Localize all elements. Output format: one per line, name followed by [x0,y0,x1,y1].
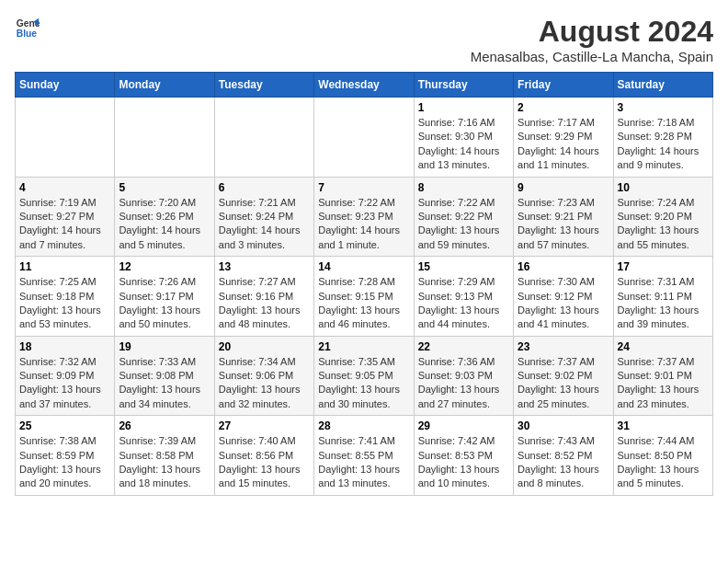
header-friday: Friday [514,73,613,98]
header-sunday: Sunday [16,73,115,98]
day-info: Sunrise: 7:17 AM Sunset: 9:29 PM Dayligh… [518,116,609,173]
day-number: 5 [119,181,210,194]
day-cell: 5Sunrise: 7:20 AM Sunset: 9:26 PM Daylig… [115,177,214,257]
day-cell: 13Sunrise: 7:27 AM Sunset: 9:16 PM Dayli… [214,257,313,337]
day-cell: 12Sunrise: 7:26 AM Sunset: 9:17 PM Dayli… [115,257,214,337]
day-info: Sunrise: 7:20 AM Sunset: 9:26 PM Dayligh… [119,196,210,253]
day-info: Sunrise: 7:34 AM Sunset: 9:06 PM Dayligh… [219,355,310,412]
day-info: Sunrise: 7:38 AM Sunset: 8:59 PM Dayligh… [19,434,110,491]
day-number: 3 [618,101,709,114]
day-cell: 28Sunrise: 7:41 AM Sunset: 8:55 PM Dayli… [314,416,414,496]
day-cell: 14Sunrise: 7:28 AM Sunset: 9:15 PM Dayli… [314,257,414,337]
day-info: Sunrise: 7:23 AM Sunset: 9:21 PM Dayligh… [518,196,609,253]
day-number: 27 [219,419,310,432]
day-info: Sunrise: 7:29 AM Sunset: 9:13 PM Dayligh… [418,275,509,332]
day-number: 4 [19,181,110,194]
header-row: Sunday Monday Tuesday Wednesday Thursday… [16,73,713,98]
day-cell: 11Sunrise: 7:25 AM Sunset: 9:18 PM Dayli… [16,257,115,337]
week-row-5: 25Sunrise: 7:38 AM Sunset: 8:59 PM Dayli… [16,416,713,496]
day-info: Sunrise: 7:33 AM Sunset: 9:08 PM Dayligh… [119,355,210,412]
header-monday: Monday [115,73,214,98]
day-info: Sunrise: 7:22 AM Sunset: 9:22 PM Dayligh… [418,196,509,253]
title-block: August 2024 Menasalbas, Castille-La Manc… [471,15,713,64]
day-cell: 1Sunrise: 7:16 AM Sunset: 9:30 PM Daylig… [414,98,513,178]
day-number: 26 [119,419,210,432]
day-number: 30 [518,419,609,432]
day-cell: 22Sunrise: 7:36 AM Sunset: 9:03 PM Dayli… [414,336,513,416]
day-info: Sunrise: 7:24 AM Sunset: 9:20 PM Dayligh… [618,196,709,253]
day-cell: 24Sunrise: 7:37 AM Sunset: 9:01 PM Dayli… [613,336,712,416]
day-number: 23 [518,340,609,353]
page-header: General Blue August 2024 Menasalbas, Cas… [15,15,713,64]
day-number: 8 [418,181,509,194]
day-cell: 7Sunrise: 7:22 AM Sunset: 9:23 PM Daylig… [314,177,414,257]
header-tuesday: Tuesday [214,73,313,98]
calendar-table: Sunday Monday Tuesday Wednesday Thursday… [15,72,713,496]
week-row-2: 4Sunrise: 7:19 AM Sunset: 9:27 PM Daylig… [16,177,713,257]
day-info: Sunrise: 7:42 AM Sunset: 8:53 PM Dayligh… [418,434,509,491]
day-number: 15 [418,260,509,273]
week-row-3: 11Sunrise: 7:25 AM Sunset: 9:18 PM Dayli… [16,257,713,337]
calendar-header: Sunday Monday Tuesday Wednesday Thursday… [16,73,713,98]
day-number: 16 [518,260,609,273]
day-number: 1 [418,101,509,114]
day-info: Sunrise: 7:16 AM Sunset: 9:30 PM Dayligh… [418,116,509,173]
header-saturday: Saturday [613,73,712,98]
day-number: 28 [318,419,409,432]
day-number: 25 [19,419,110,432]
day-info: Sunrise: 7:40 AM Sunset: 8:56 PM Dayligh… [219,434,310,491]
day-cell [314,98,414,178]
day-cell: 9Sunrise: 7:23 AM Sunset: 9:21 PM Daylig… [514,177,613,257]
day-number: 13 [219,260,310,273]
day-number: 14 [318,260,409,273]
day-info: Sunrise: 7:31 AM Sunset: 9:11 PM Dayligh… [618,275,709,332]
day-number: 11 [19,260,110,273]
day-cell: 3Sunrise: 7:18 AM Sunset: 9:28 PM Daylig… [613,98,712,178]
day-cell: 30Sunrise: 7:43 AM Sunset: 8:52 PM Dayli… [514,416,613,496]
day-number: 10 [618,181,709,194]
day-cell: 2Sunrise: 7:17 AM Sunset: 9:29 PM Daylig… [514,98,613,178]
page-title: August 2024 [471,15,713,49]
day-info: Sunrise: 7:28 AM Sunset: 9:15 PM Dayligh… [318,275,409,332]
day-info: Sunrise: 7:37 AM Sunset: 9:02 PM Dayligh… [518,355,609,412]
day-info: Sunrise: 7:44 AM Sunset: 8:50 PM Dayligh… [618,434,709,491]
day-cell: 6Sunrise: 7:21 AM Sunset: 9:24 PM Daylig… [214,177,313,257]
week-row-4: 18Sunrise: 7:32 AM Sunset: 9:09 PM Dayli… [16,336,713,416]
logo: General Blue [15,15,40,40]
day-info: Sunrise: 7:30 AM Sunset: 9:12 PM Dayligh… [518,275,609,332]
day-cell: 17Sunrise: 7:31 AM Sunset: 9:11 PM Dayli… [613,257,712,337]
day-cell: 20Sunrise: 7:34 AM Sunset: 9:06 PM Dayli… [214,336,313,416]
day-number: 9 [518,181,609,194]
logo-icon: General Blue [15,15,40,40]
day-cell: 18Sunrise: 7:32 AM Sunset: 9:09 PM Dayli… [16,336,115,416]
day-info: Sunrise: 7:22 AM Sunset: 9:23 PM Dayligh… [318,196,409,253]
day-info: Sunrise: 7:37 AM Sunset: 9:01 PM Dayligh… [618,355,709,412]
day-number: 6 [219,181,310,194]
calendar-body: 1Sunrise: 7:16 AM Sunset: 9:30 PM Daylig… [16,98,713,496]
day-info: Sunrise: 7:26 AM Sunset: 9:17 PM Dayligh… [119,275,210,332]
day-cell: 19Sunrise: 7:33 AM Sunset: 9:08 PM Dayli… [115,336,214,416]
day-info: Sunrise: 7:25 AM Sunset: 9:18 PM Dayligh… [19,275,110,332]
day-info: Sunrise: 7:36 AM Sunset: 9:03 PM Dayligh… [418,355,509,412]
week-row-1: 1Sunrise: 7:16 AM Sunset: 9:30 PM Daylig… [16,98,713,178]
day-cell: 4Sunrise: 7:19 AM Sunset: 9:27 PM Daylig… [16,177,115,257]
header-wednesday: Wednesday [314,73,414,98]
svg-text:Blue: Blue [17,29,38,39]
day-cell: 31Sunrise: 7:44 AM Sunset: 8:50 PM Dayli… [613,416,712,496]
page-subtitle: Menasalbas, Castille-La Mancha, Spain [471,49,713,64]
day-number: 18 [19,340,110,353]
day-number: 24 [618,340,709,353]
day-cell: 16Sunrise: 7:30 AM Sunset: 9:12 PM Dayli… [514,257,613,337]
day-number: 7 [318,181,409,194]
day-info: Sunrise: 7:27 AM Sunset: 9:16 PM Dayligh… [219,275,310,332]
day-number: 20 [219,340,310,353]
day-cell: 26Sunrise: 7:39 AM Sunset: 8:58 PM Dayli… [115,416,214,496]
day-number: 31 [618,419,709,432]
day-info: Sunrise: 7:19 AM Sunset: 9:27 PM Dayligh… [19,196,110,253]
day-info: Sunrise: 7:35 AM Sunset: 9:05 PM Dayligh… [318,355,409,412]
day-cell: 8Sunrise: 7:22 AM Sunset: 9:22 PM Daylig… [414,177,513,257]
day-number: 21 [318,340,409,353]
day-cell: 21Sunrise: 7:35 AM Sunset: 9:05 PM Dayli… [314,336,414,416]
day-info: Sunrise: 7:21 AM Sunset: 9:24 PM Dayligh… [219,196,310,253]
day-cell [115,98,214,178]
